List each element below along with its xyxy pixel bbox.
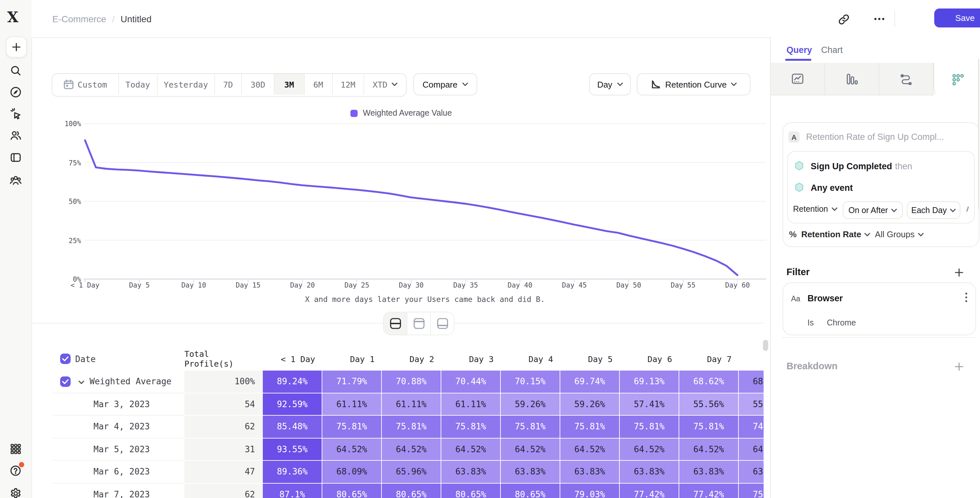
retention-value-cell[interactable]: 64.52%	[322, 438, 382, 461]
retention-value-cell[interactable]: 63.83%	[739, 461, 764, 483]
retention-value-cell[interactable]: 71.79%	[322, 371, 382, 393]
chart-type-tab-funnels[interactable]	[825, 63, 879, 95]
retention-value-cell[interactable]: 75.81%	[620, 416, 679, 438]
retention-value-cell[interactable]: 80.65%	[441, 483, 501, 498]
retention-value-cell[interactable]: 75.81%	[441, 416, 501, 438]
retention-value-cell[interactable]: 80.65%	[322, 483, 382, 498]
add-breakdown-button[interactable]	[954, 361, 964, 372]
retention-mode-dropdown[interactable]: Retention	[793, 205, 837, 214]
add-filter-button[interactable]	[954, 267, 964, 278]
date-range-yesterday[interactable]: Yesterday	[158, 74, 215, 95]
column-header-day[interactable]: Day 6	[620, 347, 679, 371]
retention-value-cell[interactable]: 89.24%	[263, 371, 322, 393]
retention-value-cell[interactable]: 74.19%	[739, 416, 764, 438]
row-label-cell[interactable]: Mar 3, 2023	[52, 393, 185, 416]
retention-value-cell[interactable]: 75.81%	[382, 416, 441, 438]
filter-menu-button[interactable]	[965, 292, 967, 305]
column-header-day[interactable]: Day 1	[322, 347, 382, 371]
retention-value-cell[interactable]: 70.15%	[501, 371, 560, 393]
retention-value-cell[interactable]: 64.52%	[501, 438, 560, 461]
date-range-6m[interactable]: 6M	[304, 74, 333, 95]
retention-value-cell[interactable]: 69.13%	[620, 371, 679, 393]
filter-value[interactable]: Chrome	[827, 318, 856, 328]
column-header-date[interactable]: Date	[52, 347, 185, 371]
layout-toggle-split-view[interactable]	[384, 312, 407, 335]
retention-value-cell[interactable]: 57.41%	[620, 393, 679, 416]
sidebar-item-events[interactable]	[9, 107, 22, 120]
row-label-cell[interactable]: Weighted Average ...	[52, 371, 185, 393]
sidebar-item-cohorts[interactable]	[9, 174, 22, 187]
retention-value-cell[interactable]: 89.36%	[263, 461, 322, 483]
query-title[interactable]: Retention Rate of Sign Up Compl...	[806, 132, 944, 142]
layout-toggle-chart-only-view[interactable]	[407, 312, 431, 335]
save-button[interactable]: Save	[934, 8, 980, 27]
retention-value-cell[interactable]: 63.83%	[501, 461, 560, 483]
retention-value-cell[interactable]: 61.11%	[441, 393, 501, 416]
sidebar-item-audience[interactable]	[9, 129, 22, 142]
sidebar-item-boards[interactable]	[9, 151, 22, 164]
retention-value-cell[interactable]: 75.81%	[560, 416, 620, 438]
date-range-7d[interactable]: 7D	[215, 74, 242, 95]
chart-type-dropdown[interactable]: Retention Curve	[637, 73, 751, 95]
row-checkbox[interactable]	[60, 376, 71, 387]
compare-button[interactable]: Compare	[413, 73, 477, 95]
retention-value-cell[interactable]: 64.52%	[739, 438, 764, 461]
granularity-dropdown[interactable]: Day	[589, 73, 631, 95]
retention-value-cell[interactable]: 64.52%	[620, 438, 679, 461]
retention-value-cell[interactable]: 63.83%	[560, 461, 620, 483]
retention-value-cell[interactable]: 75.81%	[679, 416, 739, 438]
retention-value-cell[interactable]: 79.03%	[560, 483, 620, 498]
retention-value-cell[interactable]: 61.11%	[322, 393, 382, 416]
retention-value-cell[interactable]: 59.26%	[560, 393, 620, 416]
retention-value-cell[interactable]: 70.44%	[441, 371, 501, 393]
sidebar-item-help[interactable]	[9, 464, 22, 477]
retention-window-dropdown[interactable]: On or After	[843, 201, 903, 219]
date-range-today[interactable]: Today	[119, 74, 158, 95]
metric-dropdown[interactable]: Retention Rate	[801, 229, 870, 239]
date-range-12m[interactable]: 12M	[333, 74, 364, 95]
retention-value-cell[interactable]: 64.52%	[679, 438, 739, 461]
breadcrumb-current[interactable]: Untitled	[121, 13, 152, 24]
chart-type-tab-insights[interactable]	[771, 63, 825, 95]
column-header-day[interactable]: Day 4	[501, 347, 560, 371]
more-menu-button[interactable]	[871, 10, 888, 27]
retention-value-cell[interactable]: 80.65%	[382, 483, 441, 498]
select-all-checkbox[interactable]	[60, 353, 71, 364]
column-header-day[interactable]: < 1 Day	[263, 347, 322, 371]
breadcrumb-parent[interactable]: E-Commerce	[52, 13, 106, 24]
sidebar-item-apps[interactable]	[9, 442, 22, 455]
share-link-button[interactable]	[835, 10, 852, 27]
retention-value-cell[interactable]: 65.96%	[382, 461, 441, 483]
retention-value-cell[interactable]: 75.81%	[322, 416, 382, 438]
retention-value-cell[interactable]: 77.42%	[620, 483, 679, 498]
filter-operator[interactable]: Is	[807, 318, 814, 328]
retention-interval-dropdown[interactable]: Each Day	[907, 201, 960, 219]
column-header-total[interactable]: Total Profile(s)	[185, 347, 263, 371]
retention-value-cell[interactable]: 80.65%	[501, 483, 560, 498]
table-scrollbar[interactable]	[763, 340, 768, 351]
retention-value-cell[interactable]: 85.48%	[263, 416, 322, 438]
column-header-day[interactable]: Day 5	[560, 347, 620, 371]
retention-value-cell[interactable]: 69.74%	[560, 371, 620, 393]
retention-value-cell[interactable]: 68.09%	[322, 461, 382, 483]
retention-value-cell[interactable]: 64.52%	[441, 438, 501, 461]
column-header-day[interactable]: Day 8	[739, 347, 764, 371]
date-range-3m[interactable]: 3M	[275, 74, 304, 95]
sidebar-item-search[interactable]	[9, 64, 22, 77]
event-row[interactable]: Any event	[794, 182, 853, 193]
retention-value-cell[interactable]: 61.11%	[382, 393, 441, 416]
filter-card[interactable]: Aa Browser Is Chrome	[783, 282, 976, 335]
retention-value-cell[interactable]: 70.88%	[382, 371, 441, 393]
chart-type-tab-retention[interactable]	[934, 63, 980, 96]
event-row[interactable]: Sign Up Completed then	[794, 160, 912, 172]
retention-value-cell[interactable]: 77.42%	[679, 483, 739, 498]
retention-value-cell[interactable]: 93.55%	[263, 438, 322, 461]
date-range-30d[interactable]: 30D	[242, 74, 275, 95]
retention-value-cell[interactable]: 75.81%	[739, 483, 764, 498]
retention-value-cell[interactable]: 68.11%	[739, 371, 764, 393]
tab-chart[interactable]: Chart	[821, 45, 843, 55]
window-scrollbar[interactable]	[978, 59, 979, 209]
retention-value-cell[interactable]: 68.62%	[679, 371, 739, 393]
retention-value-cell[interactable]: 63.83%	[620, 461, 679, 483]
app-logo[interactable]: X	[7, 8, 18, 25]
